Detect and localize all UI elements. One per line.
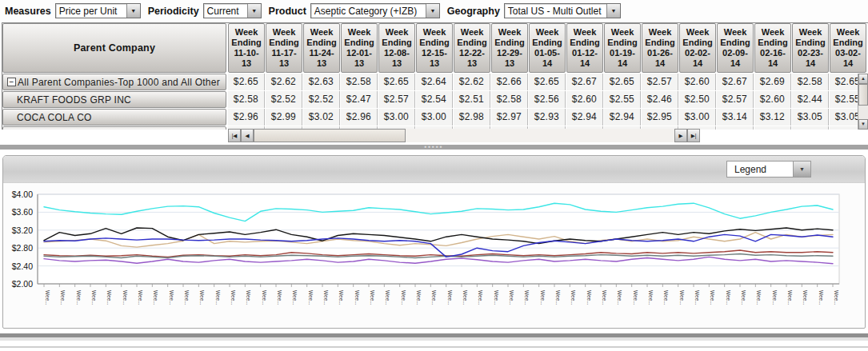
scroll-right-end-icon[interactable]: ▶| [687,129,700,142]
price-cell: $3.00 [679,109,716,126]
chart-panel: Legend ▼ $4.00$3.60$3.20$2.80$2.40$2.00W… [2,155,866,329]
row-header[interactable]: KRAFT FOODS GRP INC [2,91,226,108]
scroll-right-icon[interactable]: ▶ [674,129,687,142]
price-cell: $2.65 [228,74,265,90]
x-axis-tick-label: Wee... [122,290,128,305]
y-axis-tick-label: $2.00 [12,279,33,289]
x-axis-tick-label: Wee... [184,290,190,305]
chevron-down-icon[interactable]: ▼ [247,4,261,18]
cell-grid: $2.65$2.62$2.63$2.58$2.65$2.64$2.62$2.66… [228,74,868,130]
price-cell: $2.67 [717,74,754,90]
chevron-down-icon[interactable]: ▼ [126,4,140,18]
periodicity-dropdown[interactable]: Current ▼ [203,3,262,18]
x-axis-tick-label: Wee... [354,290,360,305]
price-cell: $3.00 [416,109,453,126]
price-cell: $2.54 [416,91,453,108]
table-row: $2.65$2.62$2.63$2.58$2.65$2.64$2.62$2.66… [228,74,868,90]
table-horizontal-scrollbar[interactable]: |◀ ◀ ▶ ▶| [228,129,700,142]
column-header[interactable]: Week Ending 02-09-14 [717,23,754,73]
scroll-left-icon[interactable]: ◀ [241,129,254,142]
price-cell: $2.65 [604,74,641,90]
x-axis-tick-label: Wee... [494,290,499,305]
column-header[interactable]: Week Ending 12-01-13 [341,23,378,73]
column-header[interactable]: Week Ending 11-17-13 [266,23,302,73]
collapse-icon[interactable]: − [7,78,16,86]
price-cell: $2.56 [529,91,566,108]
column-header[interactable]: Week Ending 02-16-14 [754,23,791,73]
periodicity-group: Periodicity Current ▼ [148,3,262,18]
x-axis-tick-label: Wee... [726,290,731,305]
y-axis-tick-label: $3.20 [12,225,33,235]
scroll-up-icon[interactable]: ▲ [858,74,868,84]
row-header[interactable]: BEVERAGE PARTNERS [2,126,226,130]
column-header[interactable]: Week Ending 02-02-14 [679,23,716,73]
bottom-divider [0,346,868,348]
x-axis-tick-label: Wee... [308,290,314,305]
column-header[interactable]: Week Ending 12-22-13 [454,23,490,73]
column-header[interactable]: Week Ending 12-29-13 [491,23,528,73]
filter-toolbar: Measures Price per Unit ▼ Periodicity Cu… [0,0,868,22]
row-header[interactable]: −All Parent Companies-Top 1000 and All O… [2,74,226,90]
row-header-label: COCA COLA CO [17,112,92,123]
x-axis-tick-label: Wee... [802,290,808,305]
price-cell: $2.95 [642,109,678,126]
price-cell: $2.67 [566,74,603,90]
x-axis-tick-label: Wee... [370,290,375,305]
price-cell: $2.60 [679,74,716,90]
chevron-down-icon[interactable]: ▼ [426,4,439,18]
measures-value: Price per Unit [56,4,126,18]
column-header[interactable]: Week Ending 12-08-13 [378,23,415,73]
row-header-label: All Parent Companies-Top 1000 and All Ot… [18,77,220,88]
x-axis-tick-label: Wee... [648,290,654,305]
scroll-down-icon[interactable]: ▼ [858,119,868,130]
vertical-scroll-thumb[interactable] [858,84,868,106]
legend-dropdown[interactable]: Legend ▼ [726,161,811,177]
column-header[interactable]: Week Ending 02-23-14 [792,23,829,73]
x-axis-tick-label: Wee... [385,290,390,305]
price-cell: $2.47 [341,91,378,108]
horizontal-scroll-track[interactable] [254,129,674,142]
price-cell: $2.63 [303,74,340,90]
price-cell: $2.94 [566,109,603,126]
column-header[interactable]: Week Ending 11-10-13 [228,23,265,73]
chevron-down-icon[interactable]: ▼ [606,4,620,18]
price-cell: $2.97 [491,109,528,126]
price-cell: $2.58 [792,74,829,90]
horizontal-scroll-thumb[interactable] [254,129,406,142]
column-header[interactable]: Week Ending 01-12-14 [566,23,603,73]
y-axis-tick-label: $3.60 [12,207,33,217]
x-axis-tick-label: Wee... [710,290,715,305]
column-headers: Week Ending 11-10-13Week Ending 11-17-13… [228,23,868,73]
price-cell: $2.44 [792,91,829,108]
product-label: Product [269,6,306,17]
x-axis-tick-label: Wee... [45,290,50,305]
price-cell: $2.62 [266,74,302,90]
price-cell: $2.98 [454,109,490,126]
row-dimension-header[interactable]: Parent Company [2,23,226,73]
column-header[interactable]: Week Ending 11-24-13 [303,23,340,73]
geography-label: Geography [447,6,500,17]
x-axis-tick-label: Wee... [555,290,561,305]
x-axis-tick-label: Wee... [447,290,453,305]
x-axis-tick-label: Wee... [292,290,298,305]
pane-splitter[interactable]: ▪▪▪▪▪ [0,145,868,150]
column-header[interactable]: Week Ending 12-15-13 [416,23,453,73]
column-header[interactable]: Week Ending 03-02-14 [830,23,866,73]
table-body: −All Parent Companies-Top 1000 and All O… [2,74,868,130]
chevron-down-icon[interactable]: ▼ [793,162,810,177]
row-header[interactable]: COCA COLA CO [2,109,226,126]
x-axis-tick-label: Wee... [478,290,483,305]
x-axis-tick-label: Wee... [741,290,746,305]
measures-dropdown[interactable]: Price per Unit ▼ [55,3,141,18]
geography-dropdown[interactable]: Total US - Multi Outlet ▼ [504,3,621,18]
price-cell: $2.46 [642,91,678,108]
x-axis-tick-label: Wee... [462,290,468,305]
x-axis-tick-label: Wee... [602,290,607,305]
column-header[interactable]: Week Ending 01-05-14 [529,23,566,73]
table-vertical-scrollbar[interactable]: ▲ ▼ [858,74,868,130]
column-header[interactable]: Week Ending 01-19-14 [604,23,641,73]
scroll-left-end-icon[interactable]: |◀ [228,129,241,142]
product-dropdown[interactable]: Aseptic Category (+IZB) ▼ [310,3,440,18]
price-cell: $2.57 [378,91,415,108]
column-header[interactable]: Week Ending 01-26-14 [642,23,678,73]
